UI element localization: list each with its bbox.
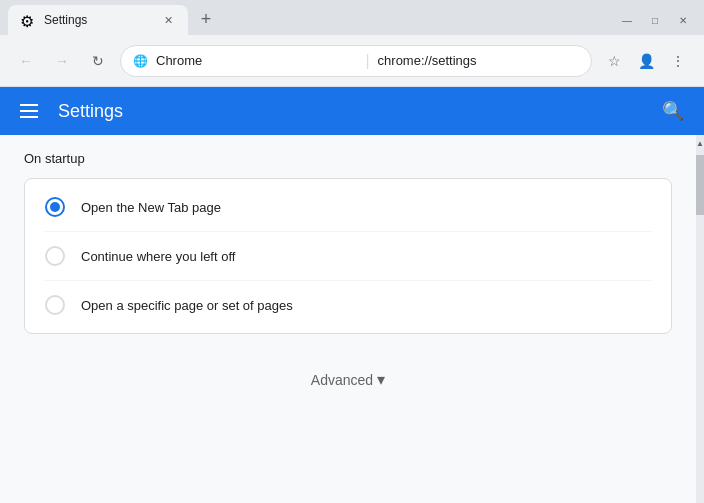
url-separator: | — [365, 52, 369, 70]
site-icon: 🌐 — [133, 54, 148, 68]
url-path: chrome://settings — [378, 53, 579, 68]
address-actions: ☆ 👤 ⋮ — [600, 47, 692, 75]
back-button[interactable]: ← — [12, 47, 40, 75]
scrollbar-thumb[interactable] — [696, 155, 704, 215]
radio-specific[interactable] — [45, 295, 65, 315]
omnibox[interactable]: 🌐 Chrome | chrome://settings — [120, 45, 592, 77]
tab-title: Settings — [44, 13, 152, 27]
window-controls: — □ ✕ — [614, 11, 696, 29]
tab-close-button[interactable]: ✕ — [160, 12, 176, 28]
settings-header: Settings 🔍 — [0, 87, 704, 135]
startup-options-card: Open the New Tab page Continue where you… — [24, 178, 672, 334]
startup-option-specific-label: Open a specific page or set of pages — [81, 298, 293, 313]
new-tab-button[interactable]: + — [192, 5, 220, 33]
advanced-section: Advanced ▾ — [24, 350, 672, 409]
hamburger-line — [20, 116, 38, 118]
scroll-top-arrow[interactable]: ▲ — [696, 135, 704, 151]
radio-new-tab[interactable] — [45, 197, 65, 217]
bookmark-button[interactable]: ☆ — [600, 47, 628, 75]
menu-button[interactable]: ⋮ — [664, 47, 692, 75]
startup-option-continue-label: Continue where you left off — [81, 249, 235, 264]
maximize-button[interactable]: □ — [642, 11, 668, 29]
startup-option-specific[interactable]: Open a specific page or set of pages — [25, 281, 671, 329]
startup-section-label: On startup — [24, 151, 672, 166]
hamburger-line — [20, 110, 38, 112]
url-host: Chrome — [156, 53, 357, 68]
settings-header-left: Settings — [16, 100, 123, 122]
title-bar: ⚙ Settings ✕ + — □ ✕ — [0, 0, 704, 35]
tab-favicon: ⚙ — [20, 12, 36, 28]
forward-button[interactable]: → — [48, 47, 76, 75]
startup-option-new-tab-label: Open the New Tab page — [81, 200, 221, 215]
scrollbar[interactable]: ▲ — [696, 135, 704, 503]
profile-button[interactable]: 👤 — [632, 47, 660, 75]
settings-page-title: Settings — [58, 101, 123, 122]
startup-option-continue[interactable]: Continue where you left off — [25, 232, 671, 280]
advanced-button[interactable]: Advanced ▾ — [311, 370, 385, 389]
radio-continue[interactable] — [45, 246, 65, 266]
address-bar: ← → ↻ 🌐 Chrome | chrome://settings ☆ 👤 ⋮ — [0, 35, 704, 87]
main-content: On startup Open the New Tab page Continu… — [0, 135, 704, 503]
active-tab[interactable]: ⚙ Settings ✕ — [8, 5, 188, 35]
chevron-down-icon: ▾ — [377, 370, 385, 389]
hamburger-menu-button[interactable] — [16, 100, 42, 122]
advanced-label: Advanced — [311, 372, 373, 388]
startup-option-new-tab[interactable]: Open the New Tab page — [25, 183, 671, 231]
settings-search-button[interactable]: 🔍 — [658, 96, 688, 126]
close-button[interactable]: ✕ — [670, 11, 696, 29]
tab-strip: ⚙ Settings ✕ + — [8, 5, 614, 35]
minimize-button[interactable]: — — [614, 11, 640, 29]
hamburger-line — [20, 104, 38, 106]
content-area: On startup Open the New Tab page Continu… — [0, 135, 696, 503]
refresh-button[interactable]: ↻ — [84, 47, 112, 75]
